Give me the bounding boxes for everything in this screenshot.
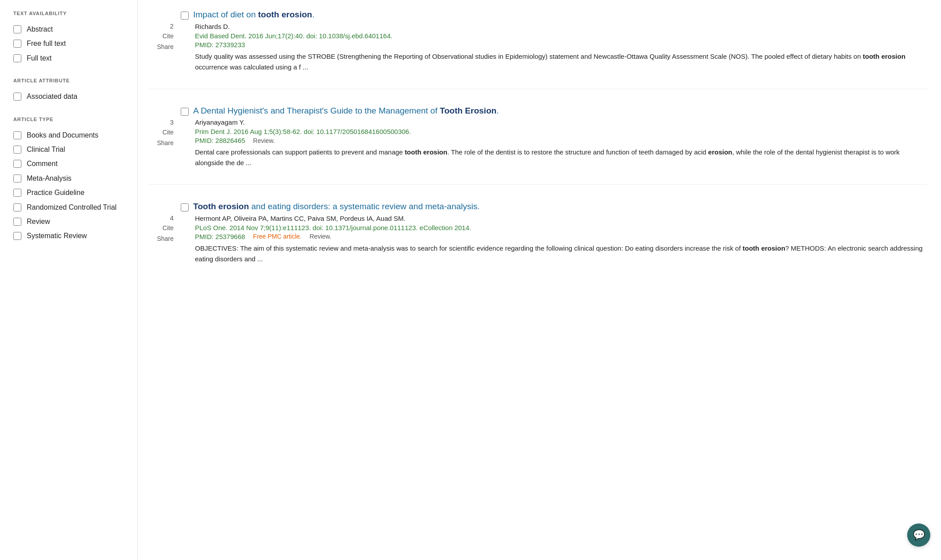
meta-analysis-label[interactable]: Meta-Analysis bbox=[27, 174, 71, 183]
review-label[interactable]: Review bbox=[27, 217, 50, 227]
result-2-journal: Prim Dent J. 2016 Aug 1;5(3):58-62. doi:… bbox=[195, 128, 928, 135]
abstract-label[interactable]: Abstract bbox=[27, 24, 53, 34]
rct-checkbox[interactable] bbox=[13, 203, 21, 211]
article-type-label: ARTICLE TYPE bbox=[13, 117, 129, 122]
full-text-checkbox[interactable] bbox=[13, 54, 21, 62]
systematic-review-checkbox[interactable] bbox=[13, 232, 21, 240]
result-2-pmid-row: PMID: 28826465 Review. bbox=[195, 137, 928, 144]
result-1-share[interactable]: Share bbox=[157, 43, 174, 50]
result-2-checkbox[interactable] bbox=[181, 108, 189, 116]
clinical-trial-label[interactable]: Clinical Trial bbox=[27, 145, 65, 154]
result-3-share[interactable]: Share bbox=[157, 235, 174, 242]
result-2-authors: Ariyanayagam Y. bbox=[195, 118, 928, 126]
result-3-badge-review: Review. bbox=[310, 233, 332, 240]
filter-associated-data[interactable]: Associated data bbox=[13, 89, 129, 104]
practice-guideline-label[interactable]: Practice Guideline bbox=[27, 188, 85, 198]
free-full-text-label[interactable]: Free full text bbox=[27, 39, 66, 49]
result-2-title-plain: A Dental Hygienist's and Therapist's Gui… bbox=[193, 106, 440, 115]
result-2-badge-review: Review. bbox=[253, 137, 275, 144]
result-1-title-plain: Impact of diet on bbox=[193, 10, 258, 19]
result-1-actions: 2 Cite Share bbox=[149, 9, 174, 50]
result-1-abstract-end: occurrence was calculated using a f ... bbox=[195, 63, 308, 71]
result-1-authors: Richards D. bbox=[195, 23, 928, 30]
associated-data-checkbox[interactable] bbox=[13, 93, 21, 101]
full-text-label[interactable]: Full text bbox=[27, 53, 52, 63]
text-availability-label: TEXT AVAILABILITY bbox=[13, 11, 129, 16]
result-3-abstract: OBJECTIVES: The aim of this systematic r… bbox=[195, 243, 928, 264]
filter-clinical-trial[interactable]: Clinical Trial bbox=[13, 142, 129, 157]
result-3-title[interactable]: Tooth erosion and eating disorders: a sy… bbox=[193, 201, 480, 213]
result-3-checkbox[interactable] bbox=[181, 203, 189, 211]
filter-systematic-review[interactable]: Systematic Review bbox=[13, 229, 129, 243]
result-1-journal: Evid Based Dent. 2016 Jun;17(2):40. doi:… bbox=[195, 32, 928, 40]
books-documents-checkbox[interactable] bbox=[13, 131, 21, 139]
result-1-abstract-bold: tooth erosion bbox=[863, 53, 905, 60]
results-panel: 2 Cite Share Impact of diet on tooth ero… bbox=[138, 0, 941, 560]
filter-meta-analysis[interactable]: Meta-Analysis bbox=[13, 171, 129, 186]
filter-practice-guideline[interactable]: Practice Guideline bbox=[13, 186, 129, 200]
filter-randomized-controlled-trial[interactable]: Randomized Controlled Trial bbox=[13, 200, 129, 215]
result-1-title-end: . bbox=[312, 10, 314, 19]
result-2-abstract-text: Dental care professionals can support pa… bbox=[195, 148, 405, 156]
result-3-pmid: PMID: 25379668 bbox=[195, 233, 245, 240]
filter-free-full-text[interactable]: Free full text bbox=[13, 37, 129, 51]
filter-full-text[interactable]: Full text bbox=[13, 51, 129, 65]
result-3-title-bold: Tooth erosion bbox=[193, 202, 249, 211]
result-2-abstract-bold: tooth erosion bbox=[405, 148, 447, 156]
text-availability-section: TEXT AVAILABILITY Abstract Free full tex… bbox=[13, 11, 129, 65]
result-3-content: Tooth erosion and eating disorders: a sy… bbox=[174, 201, 928, 264]
text-availability-filters: Abstract Free full text Full text bbox=[13, 22, 129, 65]
clinical-trial-checkbox[interactable] bbox=[13, 146, 21, 154]
result-1-title-bold: tooth erosion bbox=[258, 10, 312, 19]
result-3-journal: PLoS One. 2014 Nov 7;9(11):e111123. doi:… bbox=[195, 224, 928, 231]
practice-guideline-checkbox[interactable] bbox=[13, 189, 21, 197]
sidebar: TEXT AVAILABILITY Abstract Free full tex… bbox=[0, 0, 138, 560]
result-2-actions: 3 Cite Share bbox=[149, 105, 174, 146]
feedback-icon: 💬 bbox=[913, 529, 925, 541]
result-2-content: A Dental Hygienist's and Therapist's Gui… bbox=[174, 105, 928, 169]
result-1-checkbox[interactable] bbox=[181, 12, 189, 20]
review-checkbox[interactable] bbox=[13, 218, 21, 226]
result-3-number: 4 bbox=[170, 214, 174, 222]
result-1-title[interactable]: Impact of diet on tooth erosion. bbox=[193, 9, 314, 21]
filter-review[interactable]: Review bbox=[13, 215, 129, 229]
result-3-pmid-row: PMID: 25379668 Free PMC article. Review. bbox=[195, 233, 928, 240]
article-attribute-label: ARTICLE ATTRIBUTE bbox=[13, 78, 129, 83]
rct-label[interactable]: Randomized Controlled Trial bbox=[27, 203, 117, 212]
result-item-1: 2 Cite Share Impact of diet on tooth ero… bbox=[149, 9, 928, 89]
result-2-title[interactable]: A Dental Hygienist's and Therapist's Gui… bbox=[193, 105, 499, 117]
filter-comment[interactable]: Comment bbox=[13, 157, 129, 171]
comment-label[interactable]: Comment bbox=[27, 159, 57, 169]
filter-books-documents[interactable]: Books and Documents bbox=[13, 128, 129, 142]
result-2-pmid: PMID: 28826465 bbox=[195, 137, 245, 144]
feedback-button[interactable]: 💬 bbox=[907, 523, 930, 547]
result-2-cite[interactable]: Cite bbox=[162, 129, 174, 136]
result-1-content: Impact of diet on tooth erosion. Richard… bbox=[174, 9, 928, 73]
result-2-share[interactable]: Share bbox=[157, 139, 174, 146]
filter-abstract[interactable]: Abstract bbox=[13, 22, 129, 37]
result-1-pmid: PMID: 27339233 bbox=[195, 41, 245, 49]
article-type-section: ARTICLE TYPE Books and Documents Clinica… bbox=[13, 117, 129, 243]
result-2-number: 3 bbox=[170, 118, 174, 126]
result-2-abstract-bold2: erosion bbox=[708, 148, 732, 156]
result-3-authors: Hermont AP, Oliveira PA, Martins CC, Pai… bbox=[195, 215, 928, 222]
result-2-abstract: Dental care professionals can support pa… bbox=[195, 147, 928, 168]
result-3-cite[interactable]: Cite bbox=[162, 224, 174, 231]
result-1-pmid-row: PMID: 27339233 bbox=[195, 41, 928, 49]
result-1-abstract-text: Study quality was assessed using the STR… bbox=[195, 53, 863, 60]
associated-data-label[interactable]: Associated data bbox=[27, 92, 77, 101]
books-documents-label[interactable]: Books and Documents bbox=[27, 130, 98, 140]
free-full-text-checkbox[interactable] bbox=[13, 40, 21, 48]
article-attribute-filters: Associated data bbox=[13, 89, 129, 104]
abstract-checkbox[interactable] bbox=[13, 25, 21, 33]
meta-analysis-checkbox[interactable] bbox=[13, 174, 21, 183]
result-3-badge-free-pmc: Free PMC article. bbox=[253, 233, 302, 240]
result-1-abstract: Study quality was assessed using the STR… bbox=[195, 51, 928, 73]
article-type-filters: Books and Documents Clinical Trial Comme… bbox=[13, 128, 129, 243]
result-3-abstract-text: OBJECTIVES: The aim of this systematic r… bbox=[195, 244, 742, 252]
result-3-actions: 4 Cite Share bbox=[149, 201, 174, 242]
result-1-cite[interactable]: Cite bbox=[162, 32, 174, 40]
comment-checkbox[interactable] bbox=[13, 160, 21, 168]
systematic-review-label[interactable]: Systematic Review bbox=[27, 231, 87, 241]
result-3-abstract-bold: tooth erosion bbox=[742, 244, 785, 252]
